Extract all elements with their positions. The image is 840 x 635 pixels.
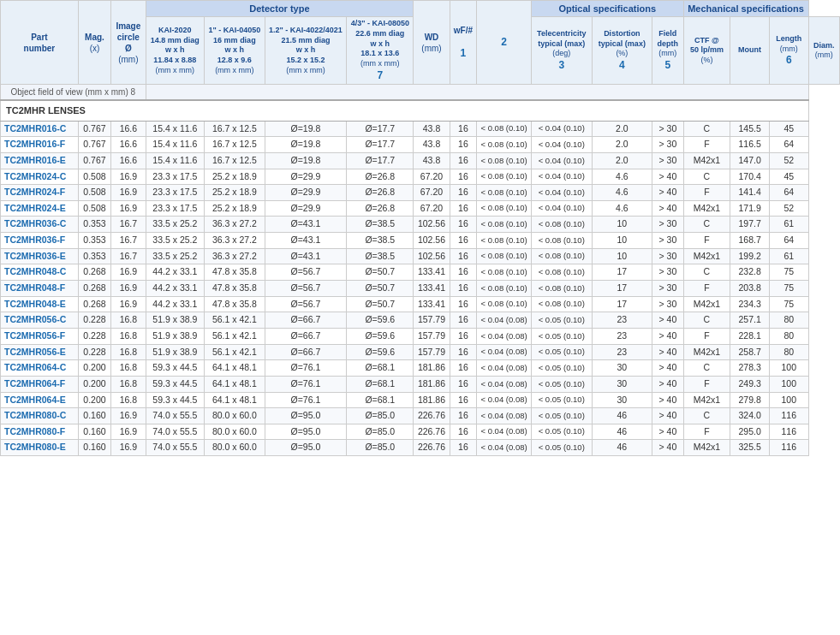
table-cell: < 0.08 (0.10): [477, 200, 532, 217]
table-cell: 33.5 x 25.2: [146, 217, 205, 233]
table-cell: < 0.04 (0.08): [477, 408, 532, 424]
table-cell: 16.9: [111, 408, 146, 424]
table-cell: 4.6: [592, 185, 652, 201]
header-mechanical: Mechanical specifications: [683, 1, 808, 17]
table-cell: 232.8: [730, 264, 770, 281]
table-cell: 16.9: [111, 169, 146, 185]
table-cell: Ø=56.7: [265, 281, 347, 297]
table-cell: 43.8: [414, 137, 450, 153]
table-cell: > 40: [652, 200, 683, 217]
table-cell: < 0.08 (0.10): [531, 296, 592, 312]
table-cell: TC2MHR080-C: [1, 408, 79, 424]
table-cell: < 0.04 (0.10): [531, 169, 592, 185]
table-cell: 30: [592, 392, 652, 408]
table-cell: 67.20: [414, 200, 450, 217]
table-cell: 16: [450, 217, 477, 233]
table-cell: 228.1: [730, 328, 770, 344]
col-kai2020: KAI-202014.8 mm diagw x h11.84 x 8.88(mm…: [146, 17, 205, 85]
table-cell: 64.1 x 48.1: [205, 392, 265, 408]
table-cell: TC2MHR048-C: [1, 264, 79, 281]
table-cell: Ø=43.1: [265, 248, 347, 264]
table-cell: 0.228: [78, 328, 110, 344]
table-cell: 36.3 x 27.2: [205, 248, 265, 264]
table-cell: 10: [592, 233, 652, 249]
table-cell: TC2MHR056-C: [1, 312, 79, 329]
table-cell: 17: [592, 281, 652, 297]
table-cell: 116: [769, 408, 808, 424]
table-cell: F: [683, 424, 730, 440]
table-cell: 16: [450, 328, 477, 344]
table-cell: 80: [769, 312, 808, 329]
table-cell: M42x1: [683, 296, 730, 312]
col-wd: WD(mm): [414, 1, 450, 85]
table-cell: 181.86: [414, 392, 450, 408]
table-cell: < 0.05 (0.10): [531, 360, 592, 377]
table-cell: 33.5 x 25.2: [146, 233, 205, 249]
table-cell: 51.9 x 38.9: [146, 312, 205, 329]
table-cell: TC2MHR016-F: [1, 137, 79, 153]
table-row: TC2MHR024-E0.50816.923.3 x 17.525.2 x 18…: [1, 200, 840, 217]
table-cell: 133.41: [414, 264, 450, 281]
table-cell: F: [683, 281, 730, 297]
table-cell: M42x1: [683, 440, 730, 456]
table-cell: > 30: [652, 152, 683, 169]
table-cell: < 0.04 (0.10): [531, 185, 592, 201]
table-cell: 0.160: [78, 440, 110, 456]
table-cell: > 40: [652, 424, 683, 440]
table-cell: < 0.05 (0.10): [531, 328, 592, 344]
table-cell: 100: [769, 392, 808, 408]
table-cell: Ø=59.6: [347, 312, 414, 329]
table-cell: 157.79: [414, 328, 450, 344]
table-cell: 64: [769, 137, 808, 153]
table-cell: 52: [769, 200, 808, 217]
table-cell: 0.200: [78, 392, 110, 408]
table-cell: < 0.05 (0.10): [531, 312, 592, 329]
table-cell: F: [683, 137, 730, 153]
table-cell: < 0.08 (0.10): [477, 121, 532, 137]
table-cell: C: [683, 360, 730, 377]
table-cell: TC2MHR064-E: [1, 392, 79, 408]
table-cell: 75: [769, 296, 808, 312]
table-cell: 0.160: [78, 408, 110, 424]
table-cell: 4.6: [592, 200, 652, 217]
table-cell: 23: [592, 344, 652, 360]
table-cell: 15.4 x 11.6: [146, 121, 205, 137]
table-cell: < 0.05 (0.10): [531, 440, 592, 456]
table-cell: < 0.04 (0.08): [477, 392, 532, 408]
section-header-tc2mhr: TC2MHR LENSES: [1, 100, 809, 121]
table-row: TC2MHR016-C0.76716.615.4 x 11.616.7 x 12…: [1, 121, 840, 137]
col-kai04050: 1" - KAI-0405016 mm diagw x h12.8 x 9.6(…: [205, 17, 265, 85]
table-cell: Ø=76.1: [265, 360, 347, 377]
table-cell: Ø=66.7: [265, 344, 347, 360]
table-row: TC2MHR064-F0.20016.859.3 x 44.564.1 x 48…: [1, 376, 840, 392]
table-cell: C: [683, 169, 730, 185]
table-cell: 80: [769, 328, 808, 344]
table-cell: TC2MHR036-F: [1, 233, 79, 249]
table-cell: 116: [769, 440, 808, 456]
table-cell: > 40: [652, 312, 683, 329]
table-row: TC2MHR048-C0.26816.944.2 x 33.147.8 x 35…: [1, 264, 840, 281]
table-cell: 16: [450, 200, 477, 217]
table-cell: Ø=26.8: [347, 185, 414, 201]
table-cell: 279.8: [730, 392, 770, 408]
table-cell: < 0.04 (0.10): [531, 121, 592, 137]
table-cell: 30: [592, 376, 652, 392]
table-cell: TC2MHR048-F: [1, 281, 79, 297]
table-cell: < 0.04 (0.08): [477, 440, 532, 456]
table-cell: < 0.08 (0.10): [477, 264, 532, 281]
table-cell: 0.353: [78, 233, 110, 249]
table-cell: 0.508: [78, 200, 110, 217]
table-cell: 44.2 x 33.1: [146, 264, 205, 281]
table-cell: Ø=29.9: [265, 200, 347, 217]
table-cell: 257.1: [730, 312, 770, 329]
table-cell: 16: [450, 424, 477, 440]
table-row: TC2MHR064-E0.20016.859.3 x 44.564.1 x 48…: [1, 392, 840, 408]
col-mount: Mount: [730, 17, 770, 85]
table-cell: 16: [450, 121, 477, 137]
table-cell: 46: [592, 440, 652, 456]
table-cell: < 0.05 (0.10): [531, 408, 592, 424]
table-cell: TC2MHR016-E: [1, 152, 79, 169]
table-cell: 74.0 x 55.5: [146, 424, 205, 440]
table-cell: < 0.05 (0.10): [531, 376, 592, 392]
table-cell: 102.56: [414, 233, 450, 249]
